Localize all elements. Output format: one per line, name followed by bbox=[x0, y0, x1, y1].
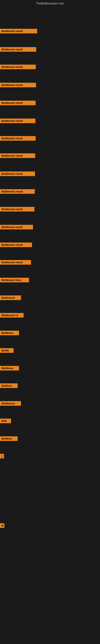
bottleneck-result-item: Bottlene bbox=[0, 384, 18, 388]
bottleneck-result-item: Bottleneck result bbox=[0, 207, 34, 212]
bottleneck-result-item: Bottlene bbox=[0, 436, 18, 441]
bottleneck-result-item: Bottleneck result bbox=[0, 100, 36, 105]
bottleneck-result-item: Bottleneck result bbox=[0, 242, 32, 247]
bottleneck-result-item: | bbox=[0, 454, 4, 458]
bottleneck-result-item: Bottleneck result bbox=[0, 118, 35, 123]
bottleneck-result-item: Bottleneck bbox=[0, 296, 21, 300]
bottleneck-result-item: Bottleneck re bbox=[0, 313, 24, 318]
bottleneck-result-item: Bottleneck result bbox=[0, 225, 33, 230]
bottleneck-result-item: Bottleneck result bbox=[0, 172, 35, 176]
site-header: TheBottlenecker.com bbox=[0, 0, 100, 6]
bottleneck-result-item: Bottleneck result bbox=[0, 189, 35, 194]
bottleneck-result-item: Bottleneck result bbox=[0, 136, 36, 141]
bottleneck-result-item: Bottleneck result bbox=[0, 83, 36, 87]
bottleneck-result-item: Bott bbox=[0, 418, 11, 423]
bottleneck-result-item: Bottlenec bbox=[0, 366, 19, 370]
bottleneck-result-item: Bottleneck result bbox=[0, 260, 31, 265]
bottleneck-result-item: Bottle bbox=[0, 348, 14, 353]
bottleneck-result-item: Bottleneck result bbox=[0, 47, 36, 52]
bottleneck-result-item: Bottleneck result bbox=[0, 29, 37, 34]
bottleneck-result-item: Bottleneck result bbox=[0, 64, 36, 69]
bottleneck-result-item: Bottleneck result bbox=[0, 153, 35, 158]
bottleneck-result-item: Bottleneck resu bbox=[0, 278, 29, 282]
bottleneck-result-item: Bottlenec bbox=[0, 331, 19, 335]
bottleneck-result-item: B bbox=[0, 523, 4, 528]
bottleneck-result-item: Bottleneck bbox=[0, 401, 21, 406]
